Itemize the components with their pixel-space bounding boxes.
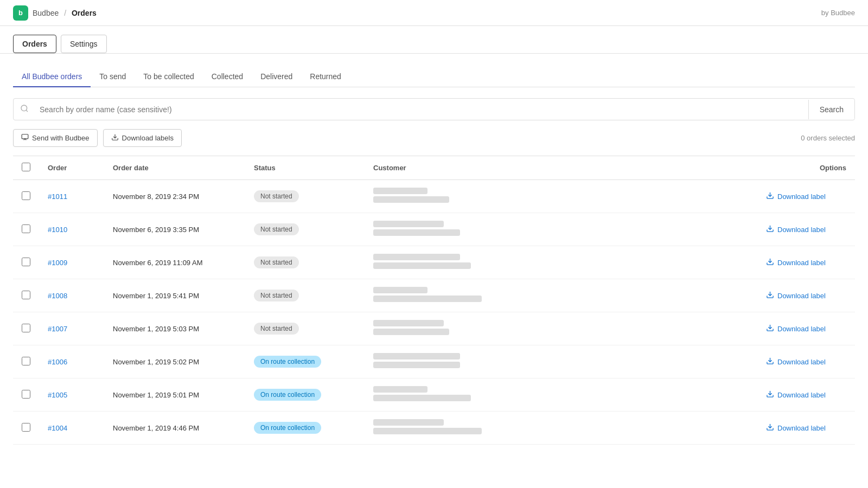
filter-tab-returned[interactable]: Returned [301, 67, 350, 87]
order-status-cell: Not started [245, 279, 365, 312]
status-badge: Not started [254, 290, 299, 301]
order-id-cell: #1005 [39, 378, 104, 412]
filter-tab-to-collect[interactable]: To be collected [135, 67, 202, 87]
customer-cell [365, 312, 757, 345]
customer-name-blurred [373, 386, 427, 393]
order-link[interactable]: #1005 [48, 391, 67, 399]
download-labels-button[interactable]: Download labels [103, 129, 182, 147]
actions-left: Send with Budbee Download labels [13, 129, 182, 147]
download-label-text: Download label [777, 259, 826, 267]
row-checkbox[interactable] [22, 291, 30, 299]
main-content: Orders Settings All Budbee orders To sen… [0, 26, 868, 488]
order-link[interactable]: #1007 [48, 325, 67, 333]
customer-address-blurred [373, 362, 460, 368]
order-id-cell: #1007 [39, 312, 104, 345]
download-label-button[interactable]: Download label [766, 291, 826, 300]
status-badge: Not started [254, 256, 299, 268]
order-status-cell: Not started [245, 180, 365, 213]
select-all-checkbox[interactable] [22, 163, 30, 171]
filter-tab-collected[interactable]: Collected [203, 67, 252, 87]
download-icon [766, 324, 774, 333]
download-label-text: Download label [777, 226, 826, 234]
customer-name-blurred [373, 254, 460, 260]
filter-tab-all[interactable]: All Budbee orders [13, 67, 91, 87]
download-label-text: Download label [777, 424, 826, 432]
order-status-cell: On route collection [245, 345, 365, 378]
nav-tab-settings[interactable]: Settings [61, 35, 107, 53]
download-label-button[interactable]: Download label [766, 390, 826, 400]
order-status-cell: Not started [245, 213, 365, 246]
send-with-budbee-button[interactable]: Send with Budbee [13, 129, 98, 147]
row-checkbox[interactable] [22, 224, 30, 233]
options-cell: Download label [757, 412, 855, 445]
search-icon [14, 99, 35, 120]
order-status-cell: Not started [245, 312, 365, 345]
customer-cell [365, 180, 757, 213]
topbar: b Budbee / Orders by Budbee [0, 0, 868, 26]
order-date-cell: November 1, 2019 5:41 PM [104, 279, 245, 312]
orders-table: Order Order date Status Customer Options… [13, 156, 855, 445]
breadcrumb-separator: / [64, 9, 66, 17]
content-area: All Budbee orders To send To be collecte… [0, 54, 868, 445]
row-checkbox-cell [13, 180, 39, 213]
customer-name-blurred [373, 221, 444, 227]
row-checkbox[interactable] [22, 390, 30, 399]
col-header-options: Options [757, 156, 855, 180]
budbee-logo: b [13, 5, 28, 21]
table-header-row: Order Order date Status Customer Options [13, 156, 855, 180]
download-labels-icon [111, 133, 119, 143]
table-row: #1010 November 6, 2019 3:35 PM Not start… [13, 213, 855, 246]
topbar-right: by Budbee [821, 9, 855, 17]
download-labels-label: Download labels [122, 134, 174, 142]
customer-cell [365, 213, 757, 246]
customer-address-blurred [373, 296, 482, 302]
customer-address-blurred [373, 229, 460, 236]
row-checkbox[interactable] [22, 357, 30, 365]
nav-tab-orders[interactable]: Orders [13, 35, 56, 53]
orders-selected-count: 0 orders selected [801, 134, 855, 142]
order-link[interactable]: #1011 [48, 192, 67, 201]
table-row: #1011 November 8, 2019 2:34 PM Not start… [13, 180, 855, 213]
options-cell: Download label [757, 246, 855, 279]
order-link[interactable]: #1006 [48, 358, 67, 366]
options-cell: Download label [757, 213, 855, 246]
row-checkbox-cell [13, 345, 39, 378]
order-link[interactable]: #1009 [48, 259, 67, 267]
customer-cell [365, 378, 757, 412]
col-checkbox [13, 156, 39, 180]
download-label-button[interactable]: Download label [766, 423, 826, 433]
order-link[interactable]: #1010 [48, 226, 67, 234]
row-checkbox[interactable] [22, 324, 30, 332]
customer-address-blurred [373, 329, 449, 335]
customer-address-blurred [373, 428, 482, 434]
status-badge: Not started [254, 323, 299, 335]
order-link[interactable]: #1004 [48, 424, 67, 432]
search-input[interactable] [35, 100, 808, 119]
svg-point-0 [21, 105, 27, 111]
download-label-button[interactable]: Download label [766, 357, 826, 367]
order-status-cell: Not started [245, 246, 365, 279]
download-label-button[interactable]: Download label [766, 224, 826, 234]
order-date-cell: November 6, 2019 11:09 AM [104, 246, 245, 279]
order-date-cell: November 8, 2019 2:34 PM [104, 180, 245, 213]
table-row: #1006 November 1, 2019 5:02 PM On route … [13, 345, 855, 378]
search-button[interactable]: Search [808, 100, 854, 119]
row-checkbox[interactable] [22, 258, 30, 266]
download-label-button[interactable]: Download label [766, 258, 826, 267]
order-link[interactable]: #1008 [48, 292, 67, 300]
search-bar: Search [13, 98, 855, 120]
row-checkbox[interactable] [22, 191, 30, 200]
filter-tab-delivered[interactable]: Delivered [252, 67, 301, 87]
download-label-button[interactable]: Download label [766, 191, 826, 201]
order-id-cell: #1011 [39, 180, 104, 213]
table-row: #1008 November 1, 2019 5:41 PM Not start… [13, 279, 855, 312]
row-checkbox[interactable] [22, 423, 30, 432]
send-icon [21, 133, 29, 143]
customer-name-blurred [373, 353, 460, 359]
download-label-text: Download label [777, 325, 826, 333]
filter-tab-to-send[interactable]: To send [91, 67, 135, 87]
customer-name-blurred [373, 188, 427, 194]
download-label-text: Download label [777, 358, 826, 366]
options-cell: Download label [757, 378, 855, 412]
download-label-button[interactable]: Download label [766, 324, 826, 333]
